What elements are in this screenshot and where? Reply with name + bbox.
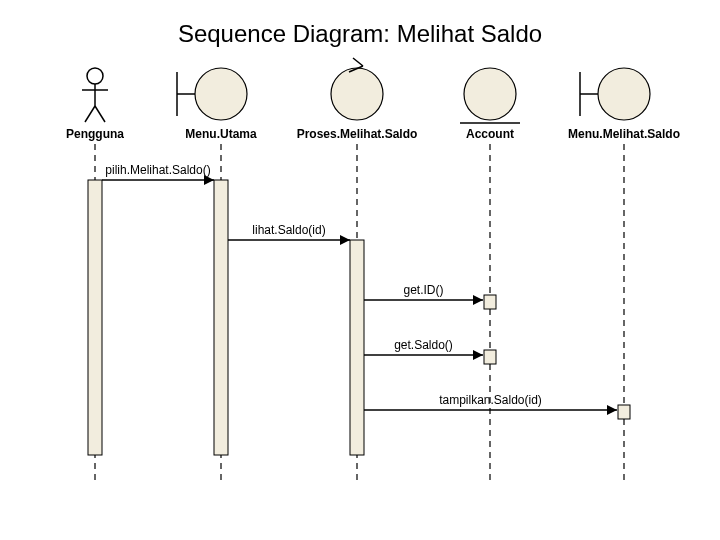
svg-rect-14 — [484, 295, 496, 309]
object-icon — [598, 68, 650, 120]
svg-line-3 — [85, 106, 95, 122]
message-label: get.Saldo() — [394, 338, 453, 352]
message-label: tampilkan.Saldo(id) — [439, 393, 542, 407]
participant-label: Account — [466, 127, 514, 141]
participant-label: Pengguna — [66, 127, 124, 141]
participant-label: Proses.Melihat.Saldo — [297, 127, 418, 141]
participant-label: Menu.Utama — [185, 127, 257, 141]
object-icon — [331, 68, 383, 120]
svg-rect-15 — [484, 350, 496, 364]
object-icon — [464, 68, 516, 120]
sequence-diagram: Sequence Diagram: Melihat Saldo Pengguna… — [0, 0, 720, 540]
participant-label: Menu.Melihat.Saldo — [568, 127, 680, 141]
object-icon — [195, 68, 247, 120]
message-label: get.ID() — [403, 283, 443, 297]
activation-bar — [88, 180, 102, 455]
activation-bar — [350, 240, 364, 455]
svg-line-4 — [95, 106, 105, 122]
message-label: pilih.Melihat.Saldo() — [105, 163, 210, 177]
message-label: lihat.Saldo(id) — [252, 223, 325, 237]
actor-icon — [87, 68, 103, 84]
svg-rect-16 — [618, 405, 630, 419]
activation-bar — [214, 180, 228, 455]
diagram-canvas: PenggunaMenu.UtamaProses.Melihat.SaldoAc… — [0, 0, 720, 540]
